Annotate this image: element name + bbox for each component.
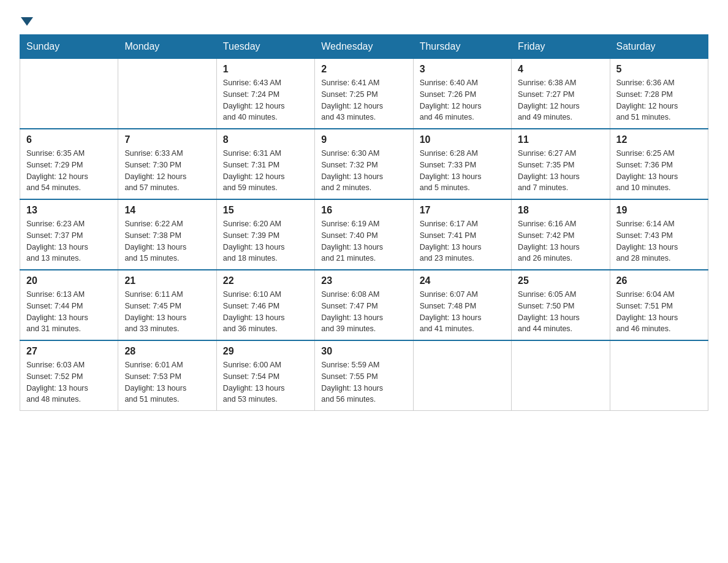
day-info: Sunrise: 6:03 AMSunset: 7:52 PMDaylight:…	[26, 359, 112, 405]
calendar-header-friday: Friday	[512, 35, 610, 59]
calendar-week-row: 27Sunrise: 6:03 AMSunset: 7:52 PMDayligh…	[20, 340, 708, 411]
day-number: 12	[616, 134, 702, 145]
day-info: Sunrise: 6:16 AMSunset: 7:42 PMDaylight:…	[518, 218, 603, 264]
calendar-cell: 2Sunrise: 6:41 AMSunset: 7:25 PMDaylight…	[315, 59, 413, 129]
calendar-cell: 19Sunrise: 6:14 AMSunset: 7:43 PMDayligh…	[610, 199, 708, 270]
day-number: 1	[223, 64, 308, 75]
day-number: 13	[26, 205, 112, 216]
calendar-cell: 28Sunrise: 6:01 AMSunset: 7:53 PMDayligh…	[118, 340, 216, 411]
day-number: 25	[518, 275, 603, 286]
calendar-cell: 3Sunrise: 6:40 AMSunset: 7:26 PMDaylight…	[413, 59, 511, 129]
day-number: 27	[26, 346, 112, 357]
day-info: Sunrise: 6:08 AMSunset: 7:47 PMDaylight:…	[321, 289, 406, 335]
calendar-cell: 21Sunrise: 6:11 AMSunset: 7:45 PMDayligh…	[118, 270, 216, 340]
calendar-cell: 15Sunrise: 6:20 AMSunset: 7:39 PMDayligh…	[216, 199, 314, 270]
calendar-cell: 27Sunrise: 6:03 AMSunset: 7:52 PMDayligh…	[20, 340, 118, 411]
day-info: Sunrise: 6:01 AMSunset: 7:53 PMDaylight:…	[124, 359, 210, 405]
day-info: Sunrise: 6:05 AMSunset: 7:50 PMDaylight:…	[518, 289, 603, 335]
day-number: 14	[124, 205, 210, 216]
day-info: Sunrise: 6:22 AMSunset: 7:38 PMDaylight:…	[124, 218, 210, 264]
calendar-cell: 1Sunrise: 6:43 AMSunset: 7:24 PMDaylight…	[216, 59, 314, 129]
day-info: Sunrise: 6:17 AMSunset: 7:41 PMDaylight:…	[420, 218, 505, 264]
day-number: 21	[124, 275, 210, 286]
day-number: 20	[26, 275, 112, 286]
calendar-cell: 29Sunrise: 6:00 AMSunset: 7:54 PMDayligh…	[216, 340, 314, 411]
calendar-cell: 25Sunrise: 6:05 AMSunset: 7:50 PMDayligh…	[512, 270, 610, 340]
day-info: Sunrise: 6:30 AMSunset: 7:32 PMDaylight:…	[321, 148, 406, 194]
calendar-week-row: 1Sunrise: 6:43 AMSunset: 7:24 PMDaylight…	[20, 59, 708, 129]
day-info: Sunrise: 6:36 AMSunset: 7:28 PMDaylight:…	[616, 77, 702, 123]
day-number: 22	[223, 275, 308, 286]
calendar-cell	[610, 340, 708, 411]
day-number: 19	[616, 205, 702, 216]
calendar-cell: 23Sunrise: 6:08 AMSunset: 7:47 PMDayligh…	[315, 270, 413, 340]
calendar-week-row: 6Sunrise: 6:35 AMSunset: 7:29 PMDaylight…	[20, 129, 708, 199]
day-number: 10	[420, 134, 505, 145]
calendar-cell: 13Sunrise: 6:23 AMSunset: 7:37 PMDayligh…	[20, 199, 118, 270]
day-info: Sunrise: 6:00 AMSunset: 7:54 PMDaylight:…	[223, 359, 308, 405]
calendar-cell: 8Sunrise: 6:31 AMSunset: 7:31 PMDaylight…	[216, 129, 314, 199]
day-info: Sunrise: 6:10 AMSunset: 7:46 PMDaylight:…	[223, 289, 308, 335]
logo-arrow-icon	[21, 17, 33, 26]
day-number: 16	[321, 205, 406, 216]
calendar-cell: 7Sunrise: 6:33 AMSunset: 7:30 PMDaylight…	[118, 129, 216, 199]
day-info: Sunrise: 5:59 AMSunset: 7:55 PMDaylight:…	[321, 359, 406, 405]
calendar-cell: 26Sunrise: 6:04 AMSunset: 7:51 PMDayligh…	[610, 270, 708, 340]
calendar-cell	[118, 59, 216, 129]
day-number: 18	[518, 205, 603, 216]
page-header	[20, 15, 708, 25]
day-number: 28	[124, 346, 210, 357]
calendar-cell: 4Sunrise: 6:38 AMSunset: 7:27 PMDaylight…	[512, 59, 610, 129]
calendar-cell	[512, 340, 610, 411]
calendar-header-saturday: Saturday	[610, 35, 708, 59]
calendar-cell	[20, 59, 118, 129]
calendar-cell: 5Sunrise: 6:36 AMSunset: 7:28 PMDaylight…	[610, 59, 708, 129]
calendar-header-tuesday: Tuesday	[216, 35, 314, 59]
calendar-header-thursday: Thursday	[413, 35, 511, 59]
day-info: Sunrise: 6:23 AMSunset: 7:37 PMDaylight:…	[26, 218, 112, 264]
day-number: 5	[616, 64, 702, 75]
day-number: 23	[321, 275, 406, 286]
calendar-cell: 16Sunrise: 6:19 AMSunset: 7:40 PMDayligh…	[315, 199, 413, 270]
day-number: 29	[223, 346, 308, 357]
day-info: Sunrise: 6:07 AMSunset: 7:48 PMDaylight:…	[420, 289, 505, 335]
day-number: 6	[26, 134, 112, 145]
day-number: 4	[518, 64, 603, 75]
day-info: Sunrise: 6:41 AMSunset: 7:25 PMDaylight:…	[321, 77, 406, 123]
day-info: Sunrise: 6:40 AMSunset: 7:26 PMDaylight:…	[420, 77, 505, 123]
day-number: 9	[321, 134, 406, 145]
day-info: Sunrise: 6:19 AMSunset: 7:40 PMDaylight:…	[321, 218, 406, 264]
calendar-cell	[413, 340, 511, 411]
day-number: 30	[321, 346, 406, 357]
day-number: 7	[124, 134, 210, 145]
day-info: Sunrise: 6:38 AMSunset: 7:27 PMDaylight:…	[518, 77, 603, 123]
calendar-cell: 18Sunrise: 6:16 AMSunset: 7:42 PMDayligh…	[512, 199, 610, 270]
day-number: 26	[616, 275, 702, 286]
day-info: Sunrise: 6:28 AMSunset: 7:33 PMDaylight:…	[420, 148, 505, 194]
calendar-header-row: SundayMondayTuesdayWednesdayThursdayFrid…	[20, 35, 708, 59]
calendar-header-sunday: Sunday	[20, 35, 118, 59]
day-info: Sunrise: 6:33 AMSunset: 7:30 PMDaylight:…	[124, 148, 210, 194]
day-info: Sunrise: 6:43 AMSunset: 7:24 PMDaylight:…	[223, 77, 308, 123]
logo	[20, 15, 33, 25]
day-number: 8	[223, 134, 308, 145]
calendar-week-row: 13Sunrise: 6:23 AMSunset: 7:37 PMDayligh…	[20, 199, 708, 270]
calendar-cell: 11Sunrise: 6:27 AMSunset: 7:35 PMDayligh…	[512, 129, 610, 199]
calendar-header-wednesday: Wednesday	[315, 35, 413, 59]
day-info: Sunrise: 6:04 AMSunset: 7:51 PMDaylight:…	[616, 289, 702, 335]
calendar-cell: 17Sunrise: 6:17 AMSunset: 7:41 PMDayligh…	[413, 199, 511, 270]
calendar-cell: 30Sunrise: 5:59 AMSunset: 7:55 PMDayligh…	[315, 340, 413, 411]
calendar-cell: 20Sunrise: 6:13 AMSunset: 7:44 PMDayligh…	[20, 270, 118, 340]
day-number: 15	[223, 205, 308, 216]
calendar-cell: 22Sunrise: 6:10 AMSunset: 7:46 PMDayligh…	[216, 270, 314, 340]
day-number: 3	[420, 64, 505, 75]
calendar-cell: 9Sunrise: 6:30 AMSunset: 7:32 PMDaylight…	[315, 129, 413, 199]
calendar-cell: 10Sunrise: 6:28 AMSunset: 7:33 PMDayligh…	[413, 129, 511, 199]
day-number: 24	[420, 275, 505, 286]
day-info: Sunrise: 6:25 AMSunset: 7:36 PMDaylight:…	[616, 148, 702, 194]
day-info: Sunrise: 6:31 AMSunset: 7:31 PMDaylight:…	[223, 148, 308, 194]
day-info: Sunrise: 6:14 AMSunset: 7:43 PMDaylight:…	[616, 218, 702, 264]
day-info: Sunrise: 6:11 AMSunset: 7:45 PMDaylight:…	[124, 289, 210, 335]
calendar-header-monday: Monday	[118, 35, 216, 59]
day-info: Sunrise: 6:13 AMSunset: 7:44 PMDaylight:…	[26, 289, 112, 335]
